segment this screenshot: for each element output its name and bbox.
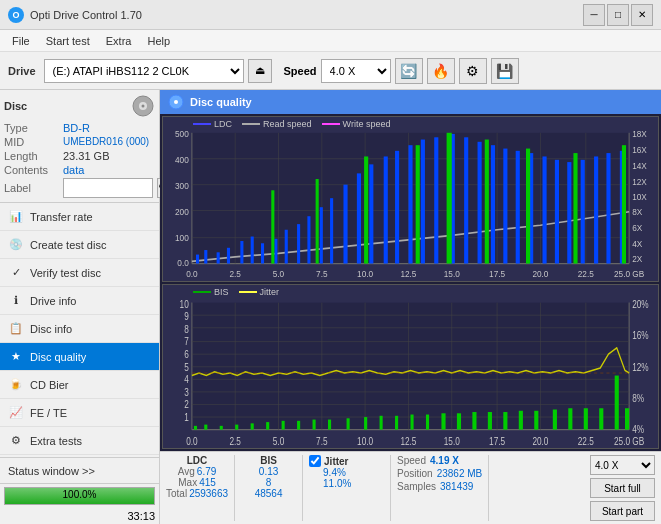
svg-rect-83 [606,153,610,264]
speed-stat-value: 4.19 X [430,455,459,466]
svg-rect-160 [472,412,476,430]
disc-icon [131,94,155,118]
mid-label: MID [4,136,59,148]
contents-label: Contents [4,164,59,176]
extra-tests-icon: ⚙ [8,433,24,449]
settings-button[interactable]: ⚙ [459,58,487,84]
svg-text:400: 400 [175,155,189,165]
jitter-header: Jitter [324,456,348,467]
svg-rect-167 [584,408,588,429]
svg-text:200: 200 [175,207,189,217]
sidebar-item-extra-tests[interactable]: ⚙ Extra tests [0,427,159,455]
svg-rect-148 [282,420,285,429]
svg-text:12.5: 12.5 [400,269,416,279]
ldc-legend-label: LDC [214,119,232,129]
svg-rect-164 [534,410,538,429]
svg-text:0.0: 0.0 [186,269,198,279]
eject-button[interactable]: ⏏ [248,59,272,83]
maximize-button[interactable]: □ [607,4,629,26]
menu-start-test[interactable]: Start test [38,33,98,49]
refresh-button[interactable]: 🔄 [395,58,423,84]
speed-stat-label: Speed [397,455,426,466]
sidebar: Disc Type BD-R MID UMEBDR016 (000) Lengt… [0,90,160,524]
label-input[interactable] [63,178,153,198]
svg-rect-76 [516,151,520,264]
svg-text:2X: 2X [632,254,642,264]
svg-text:8%: 8% [632,393,644,404]
svg-rect-75 [503,149,507,264]
menu-help[interactable]: Help [139,33,178,49]
bis-legend-label: BIS [214,287,229,297]
start-part-button[interactable]: Start part [590,501,655,521]
sidebar-item-create-test-disc[interactable]: 💿 Create test disc [0,231,159,259]
samples-value: 381439 [440,481,473,492]
title-bar: O Opti Drive Control 1.70 ─ □ ✕ [0,0,661,30]
type-label: Type [4,122,59,134]
svg-rect-146 [251,423,254,429]
sidebar-item-cd-bier[interactable]: 🍺 CD Bier [0,371,159,399]
svg-rect-155 [395,415,398,429]
svg-rect-86 [316,179,319,264]
menu-file[interactable]: File [4,33,38,49]
mid-value: UMEBDR016 (000) [63,136,149,148]
close-button[interactable]: ✕ [631,4,653,26]
svg-rect-143 [204,424,207,429]
jitter-checkbox[interactable] [309,455,321,467]
svg-text:18X: 18X [632,129,647,139]
minimize-button[interactable]: ─ [583,4,605,26]
svg-text:4X: 4X [632,238,642,248]
samples-label: Samples [397,481,436,492]
speed-select[interactable]: 4.0 X [321,59,391,83]
write-speed-legend-label: Write speed [343,119,391,129]
svg-rect-87 [364,156,368,263]
svg-text:10: 10 [180,298,189,309]
disc-quality-label: Disc quality [30,351,86,363]
save-button[interactable]: 💾 [491,58,519,84]
svg-rect-91 [526,149,530,264]
svg-rect-150 [313,419,316,429]
status-section: Status window >> 100.0% 33:13 [0,457,159,524]
create-disc-label: Create test disc [30,239,106,251]
svg-rect-51 [204,250,207,264]
sidebar-item-verify-test-disc[interactable]: ✓ Verify test disc [0,259,159,287]
svg-rect-55 [251,237,254,264]
menu-bar: File Start test Extra Help [0,30,661,52]
svg-rect-168 [599,408,603,429]
svg-rect-57 [274,239,277,264]
svg-text:10.0: 10.0 [357,269,373,279]
svg-rect-162 [503,412,507,430]
sidebar-item-transfer-rate[interactable]: 📊 Transfer rate [0,203,159,231]
total-ldc-label: Total [166,488,187,499]
svg-rect-93 [622,145,626,263]
svg-rect-68 [408,145,412,263]
sidebar-item-fe-te[interactable]: 📈 FE / TE [0,399,159,427]
drive-select[interactable]: (E:) ATAPI iHBS112 2 CL0K [44,59,244,83]
jitter-legend-label: Jitter [260,287,280,297]
total-ldc-value: 2593663 [189,488,228,499]
sidebar-item-disc-quality[interactable]: ★ Disc quality [0,343,159,371]
burn-button[interactable]: 🔥 [427,58,455,84]
status-window-button[interactable]: Status window >> [0,458,159,484]
menu-extra[interactable]: Extra [98,33,140,49]
svg-text:1: 1 [184,412,189,423]
sidebar-item-disc-info[interactable]: 📋 Disc info [0,315,159,343]
disc-info-icon: 📋 [8,321,24,337]
sidebar-item-drive-info[interactable]: ℹ Drive info [0,287,159,315]
svg-rect-170 [625,408,629,429]
drive-info-label: Drive info [30,295,76,307]
svg-text:16X: 16X [632,145,647,155]
progress-text: 100.0% [5,489,154,500]
svg-rect-145 [235,424,238,429]
svg-rect-70 [434,137,438,263]
verify-disc-icon: ✓ [8,265,24,281]
svg-rect-88 [416,145,420,263]
svg-rect-151 [328,419,331,429]
svg-rect-62 [330,198,333,263]
avg-jitter-value: 9.4% [323,467,346,478]
speed-dropdown[interactable]: 4.0 X [590,455,655,475]
svg-text:16%: 16% [632,330,648,341]
start-full-button[interactable]: Start full [590,478,655,498]
svg-rect-54 [240,241,243,264]
chart1-svg: 500 400 300 200 100 0.0 18X 16X 14X 12X … [163,117,658,281]
svg-rect-144 [220,425,223,429]
